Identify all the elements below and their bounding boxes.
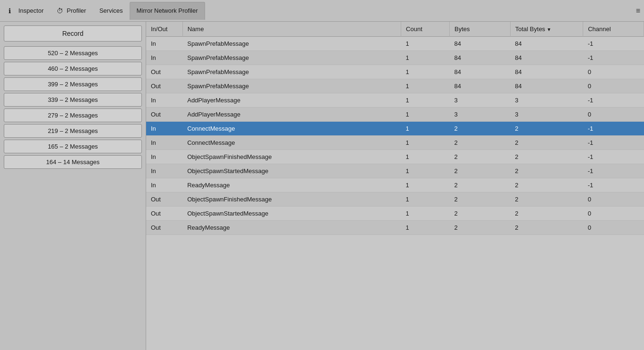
cell-inout: Out: [146, 221, 182, 235]
table-row[interactable]: InReadyMessage122-1: [146, 178, 644, 192]
cell-name: ConnectMessage: [182, 136, 401, 150]
tab-services[interactable]: Services: [93, 2, 130, 20]
cell-bytes: 2: [450, 192, 511, 207]
cell-channel: -1: [583, 136, 644, 150]
cell-name: AddPlayerMessage: [182, 108, 401, 122]
cell-totalbytes: 2: [510, 221, 583, 235]
cell-bytes: 3: [450, 93, 511, 108]
cell-inout: In: [146, 164, 182, 178]
cell-totalbytes: 2: [510, 207, 583, 221]
session-button-4[interactable]: 279 – 2 Messages: [4, 108, 142, 122]
cell-bytes: 2: [450, 221, 511, 235]
tab-label-mirror-network-profiler: Mirror Network Profiler: [137, 7, 198, 14]
cell-totalbytes: 2: [510, 122, 583, 136]
table-row[interactable]: OutAddPlayerMessage1330: [146, 108, 644, 122]
cell-count: 1: [401, 164, 450, 178]
tab-inspector[interactable]: ℹInspector: [2, 2, 50, 20]
table-row[interactable]: InConnectMessage122-1: [146, 136, 644, 150]
col-header-name[interactable]: Name: [182, 22, 401, 37]
tab-mirror-network-profiler[interactable]: Mirror Network Profiler: [130, 2, 205, 20]
table-body: InSpawnPrefabMessage18484-1InSpawnPrefab…: [146, 37, 644, 235]
cell-name: ObjectSpawnStartedMessage: [182, 164, 401, 178]
table-row[interactable]: OutReadyMessage1220: [146, 221, 644, 235]
table-row[interactable]: OutObjectSpawnStartedMessage1220: [146, 207, 644, 221]
cell-count: 1: [401, 122, 450, 136]
table-row[interactable]: InSpawnPrefabMessage18484-1: [146, 37, 644, 51]
table-panel: In/OutNameCountBytesTotal Bytes▼Channel …: [146, 22, 644, 350]
cell-channel: 0: [583, 108, 644, 122]
table-header-row: In/OutNameCountBytesTotal Bytes▼Channel: [146, 22, 644, 37]
cell-bytes: 3: [450, 108, 511, 122]
cell-bytes: 84: [450, 65, 511, 79]
session-button-1[interactable]: 460 – 2 Messages: [4, 62, 142, 75]
session-button-7[interactable]: 164 – 14 Messages: [4, 155, 142, 169]
session-button-6[interactable]: 165 – 2 Messages: [4, 140, 142, 153]
session-button-0[interactable]: 520 – 2 Messages: [4, 46, 142, 60]
inspector-icon: ℹ: [8, 7, 16, 15]
table-row[interactable]: OutObjectSpawnFinishedMessage1220: [146, 192, 644, 207]
cell-channel: -1: [583, 164, 644, 178]
cell-count: 1: [401, 150, 450, 164]
cell-inout: Out: [146, 192, 182, 207]
cell-count: 1: [401, 178, 450, 192]
cell-channel: -1: [583, 37, 644, 51]
cell-channel: -1: [583, 51, 644, 65]
cell-inout: Out: [146, 207, 182, 221]
session-button-5[interactable]: 219 – 2 Messages: [4, 124, 142, 138]
cell-count: 1: [401, 136, 450, 150]
cell-count: 1: [401, 108, 450, 122]
cell-name: ObjectSpawnStartedMessage: [182, 207, 401, 221]
table-row[interactable]: InSpawnPrefabMessage18484-1: [146, 51, 644, 65]
cell-name: SpawnPrefabMessage: [182, 79, 401, 93]
cell-bytes: 84: [450, 37, 511, 51]
table-row[interactable]: InAddPlayerMessage133-1: [146, 93, 644, 108]
tab-menu-button[interactable]: ≡: [636, 7, 640, 15]
cell-inout: Out: [146, 65, 182, 79]
cell-totalbytes: 2: [510, 150, 583, 164]
cell-bytes: 84: [450, 51, 511, 65]
sort-indicator-totalbytes: ▼: [546, 27, 551, 32]
cell-count: 1: [401, 79, 450, 93]
profiler-icon: ⏱: [57, 7, 64, 15]
tab-profiler[interactable]: ⏱Profiler: [50, 2, 92, 20]
cell-inout: Out: [146, 108, 182, 122]
cell-bytes: 2: [450, 207, 511, 221]
cell-totalbytes: 84: [510, 65, 583, 79]
table-row[interactable]: OutSpawnPrefabMessage184840: [146, 79, 644, 93]
cell-count: 1: [401, 37, 450, 51]
cell-count: 1: [401, 93, 450, 108]
cell-name: SpawnPrefabMessage: [182, 65, 401, 79]
cell-count: 1: [401, 207, 450, 221]
col-header-inout[interactable]: In/Out: [146, 22, 182, 37]
table-row[interactable]: InConnectMessage122-1: [146, 122, 644, 136]
session-button-3[interactable]: 339 – 2 Messages: [4, 93, 142, 107]
cell-totalbytes: 84: [510, 51, 583, 65]
cell-bytes: 84: [450, 79, 511, 93]
table-row[interactable]: InObjectSpawnStartedMessage122-1: [146, 164, 644, 178]
table-row[interactable]: OutSpawnPrefabMessage184840: [146, 65, 644, 79]
cell-name: ObjectSpawnFinishedMessage: [182, 150, 401, 164]
cell-name: SpawnPrefabMessage: [182, 51, 401, 65]
tab-bar: ℹInspector⏱ProfilerServicesMirror Networ…: [0, 0, 644, 22]
cell-count: 1: [401, 51, 450, 65]
cell-channel: 0: [583, 207, 644, 221]
cell-name: ConnectMessage: [182, 122, 401, 136]
tab-label-services: Services: [99, 7, 123, 14]
cell-bytes: 2: [450, 136, 511, 150]
cell-channel: 0: [583, 65, 644, 79]
record-button[interactable]: Record: [4, 25, 142, 42]
cell-name: AddPlayerMessage: [182, 93, 401, 108]
col-header-count[interactable]: Count: [401, 22, 450, 37]
session-button-2[interactable]: 399 – 2 Messages: [4, 77, 142, 91]
cell-totalbytes: 2: [510, 178, 583, 192]
col-header-totalbytes[interactable]: Total Bytes▼: [510, 22, 583, 37]
cell-totalbytes: 2: [510, 136, 583, 150]
col-header-bytes[interactable]: Bytes: [450, 22, 511, 37]
cell-inout: In: [146, 178, 182, 192]
table-row[interactable]: InObjectSpawnFinishedMessage122-1: [146, 150, 644, 164]
cell-inout: In: [146, 136, 182, 150]
cell-channel: -1: [583, 178, 644, 192]
data-table: In/OutNameCountBytesTotal Bytes▼Channel …: [146, 22, 644, 235]
col-header-channel[interactable]: Channel: [583, 22, 644, 37]
cell-bytes: 2: [450, 164, 511, 178]
